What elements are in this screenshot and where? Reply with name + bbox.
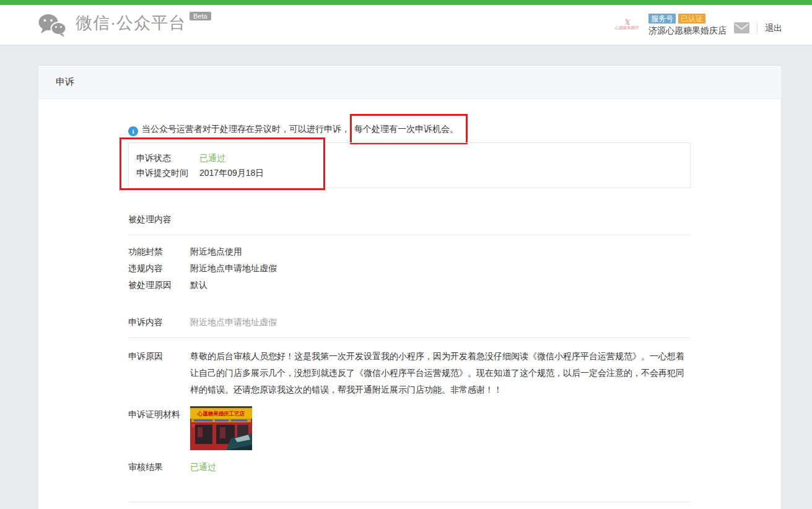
notice-highlight-red-box: 每个处理有一次申诉机会。	[350, 114, 468, 144]
status-value: 已通过	[199, 150, 225, 165]
brand[interactable]: 微信·公众平台 Beta	[37, 11, 211, 40]
appeal-reason-label: 申诉原因	[128, 348, 190, 398]
account-area: 𝕏 心愿糖果婚庆 服务号 已认证 济源心愿糖果婚庆店 退出	[611, 14, 782, 37]
appeal-content-row: 申诉内容 附近地点申请地址虚假	[128, 314, 691, 331]
notice-text: 当公众号运营者对于处理存在异议时，可以进行申诉，	[142, 124, 350, 134]
appeal-reason-row: 申诉原因 尊敬的后台审核人员您好！这是我第一次开发设置我的小程序，因为开发着急没…	[128, 348, 691, 398]
logout-link[interactable]: 退出	[765, 23, 782, 34]
account-avatar[interactable]: 𝕏 心愿糖果婚庆	[611, 15, 642, 35]
brand-title: 微信·公众平台	[76, 11, 186, 35]
service-account-badge: 服务号	[648, 14, 676, 24]
wechat-logo-icon	[37, 13, 67, 40]
status-row: 申诉提交时间 2017年09月18日	[136, 165, 683, 180]
verified-badge: 已认证	[678, 14, 705, 24]
evidence-photo-thumbnail[interactable]: 心愿糖果婚庆工艺店	[190, 406, 252, 450]
row-value: 附近地点申请地址虚假	[190, 260, 277, 277]
storefront-sign-text: 心愿糖果婚庆工艺店	[197, 411, 245, 417]
section-divider	[128, 337, 691, 338]
result-label: 审核结果	[128, 459, 190, 476]
result-value: 已通过	[190, 459, 216, 476]
evidence-row: 申诉证明材料 心愿糖果婚庆工艺店	[128, 406, 691, 450]
result-row: 审核结果 已通过	[128, 459, 691, 476]
row-label: 功能封禁	[128, 243, 190, 260]
app-header: 微信·公众平台 Beta 𝕏 心愿糖果婚庆 服务号 已认证 济源心愿糖果婚庆店 …	[0, 5, 812, 45]
processed-row: 被处理原因 默认	[128, 277, 691, 294]
appeal-status-box: 申诉状态 已通过 申诉提交时间 2017年09月18日	[128, 142, 691, 188]
status-label: 申诉状态	[136, 150, 199, 165]
appeal-card: 申诉 i当公众号运营者对于处理存在异议时，可以进行申诉，每个处理有一次申诉机会。…	[38, 65, 781, 509]
row-label: 违规内容	[128, 260, 190, 277]
avatar-logo-text: 心愿糖果婚庆	[615, 25, 639, 31]
appeal-notice: i当公众号运营者对于处理存在异议时，可以进行申诉，每个处理有一次申诉机会。	[128, 123, 691, 136]
appeal-content-label: 申诉内容	[128, 314, 190, 331]
account-name: 济源心愿糖果婚庆店	[648, 25, 727, 37]
header-divider	[757, 23, 757, 34]
avatar-logo-mark: 𝕏	[624, 19, 630, 25]
row-value: 附近地点使用	[190, 243, 242, 260]
row-label: 被处理原因	[128, 277, 190, 294]
row-value: 默认	[190, 277, 207, 294]
processed-section-title: 被处理内容	[128, 214, 691, 225]
submit-time-value: 2017年09月18日	[199, 165, 264, 180]
submit-time-label: 申诉提交时间	[136, 165, 199, 180]
processed-row: 功能封禁 附近地点使用	[128, 243, 691, 260]
beta-badge: Beta	[190, 12, 211, 20]
top-accent-bar	[0, 0, 812, 5]
appeal-reason-text: 尊敬的后台审核人员您好！这是我第一次开发设置我的小程序，因为开发着急没仔细阅读《…	[190, 348, 691, 398]
processed-row: 违规内容 附近地点申请地址虚假	[128, 260, 691, 277]
status-row: 申诉状态 已通过	[136, 150, 683, 165]
evidence-label: 申诉证明材料	[128, 406, 190, 450]
section-divider	[128, 235, 691, 235]
main-content: 申诉 i当公众号运营者对于处理存在异议时，可以进行申诉，每个处理有一次申诉机会。…	[0, 45, 812, 509]
page-title: 申诉	[38, 66, 781, 99]
info-icon: i	[128, 126, 138, 136]
mail-icon[interactable]	[734, 22, 749, 35]
appeal-content-value: 附近地点申请地址虚假	[190, 314, 277, 331]
